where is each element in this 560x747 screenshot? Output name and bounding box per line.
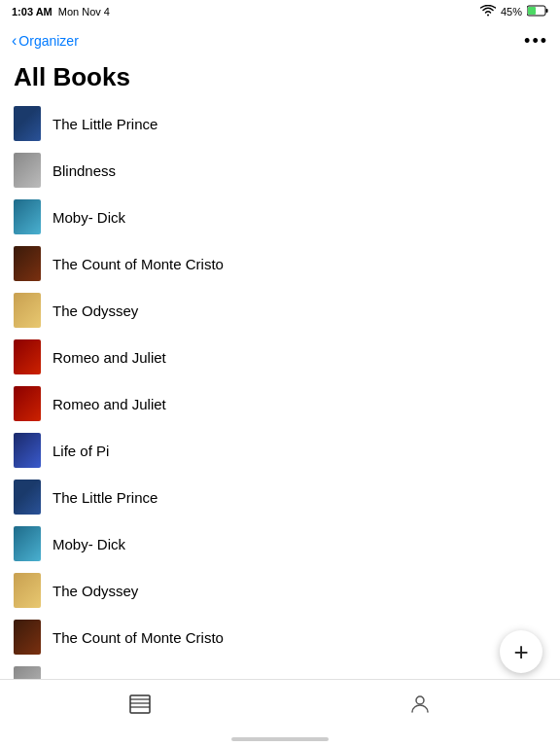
list-item[interactable]: The Little Prince [8, 474, 552, 520]
wifi-icon [480, 5, 496, 18]
book-title: The Count of Monte Cristo [52, 256, 224, 272]
status-date: Mon Nov 4 [58, 6, 110, 18]
list-item[interactable]: The Odyssey [8, 567, 552, 614]
home-indicator [231, 737, 329, 741]
tab-books[interactable] [0, 694, 280, 721]
svg-point-7 [416, 696, 424, 704]
more-button[interactable]: ••• [524, 31, 548, 52]
book-title: Moby- Dick [52, 536, 125, 552]
book-cover [14, 199, 41, 234]
list-item[interactable]: The Count of Monte Cristo [8, 240, 552, 287]
status-time: 1:03 AM [12, 6, 52, 18]
book-cover [14, 620, 41, 655]
page-title: All Books [0, 58, 560, 100]
book-cover [14, 339, 41, 374]
svg-rect-1 [546, 9, 548, 13]
list-item[interactable]: Moby- Dick [8, 520, 552, 567]
book-title: Romeo and Juliet [52, 396, 166, 412]
book-cover [14, 433, 41, 468]
list-item[interactable]: The Count of Monte Cristo [8, 614, 552, 660]
list-item[interactable]: The Little Prince [8, 100, 552, 147]
book-cover [14, 480, 41, 515]
nav-bar: ‹ Organizer ••• [0, 23, 560, 58]
book-title: The Odyssey [52, 302, 138, 319]
status-left: 1:03 AM Mon Nov 4 [12, 6, 110, 18]
book-title: Life of Pi [52, 443, 109, 459]
book-cover [14, 106, 41, 141]
list-item[interactable]: Blindness [8, 147, 552, 194]
profile-tab-icon [408, 693, 432, 722]
status-right: 45% [480, 3, 548, 20]
book-title: Romeo and Juliet [52, 349, 166, 366]
book-title: The Little Prince [52, 116, 158, 132]
list-item[interactable]: Life of Pi [8, 427, 552, 474]
status-bar: 1:03 AM Mon Nov 4 45% [0, 0, 560, 23]
book-cover [14, 293, 41, 328]
add-book-button[interactable]: + [500, 630, 542, 673]
tab-profile[interactable] [280, 693, 560, 722]
list-item[interactable]: The Odyssey [8, 287, 552, 334]
list-item[interactable]: Romeo and Juliet [8, 380, 552, 427]
book-cover [14, 386, 41, 421]
list-item[interactable]: Moby- Dick [8, 194, 552, 240]
svg-rect-2 [528, 7, 536, 15]
back-button[interactable]: ‹ Organizer [12, 32, 79, 50]
book-cover [14, 573, 41, 608]
battery-percent: 45% [501, 6, 522, 18]
battery-icon [527, 3, 548, 20]
book-cover [14, 153, 41, 188]
back-chevron-icon: ‹ [12, 32, 17, 50]
book-list: The Little PrinceBlindnessMoby- DickThe … [0, 100, 560, 747]
book-title: The Odyssey [52, 583, 138, 599]
svg-rect-3 [130, 695, 150, 713]
book-cover [14, 526, 41, 561]
book-title: The Count of Monte Cristo [52, 629, 224, 646]
book-title: Blindness [52, 162, 116, 179]
books-tab-icon [128, 694, 152, 721]
book-cover [14, 246, 41, 281]
back-label: Organizer [18, 33, 78, 49]
book-title: The Little Prince [52, 489, 158, 506]
book-title: Moby- Dick [52, 209, 125, 226]
list-item[interactable]: Romeo and Juliet [8, 334, 552, 380]
